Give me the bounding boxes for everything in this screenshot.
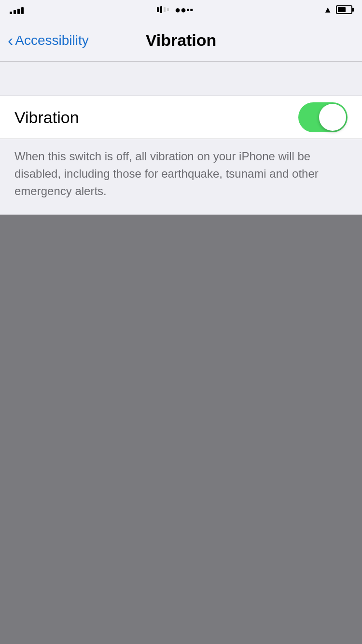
status-bar: ●●▪▪ ▲	[0, 0, 362, 19]
wifi-icon: ▲	[323, 5, 332, 15]
status-left	[10, 5, 27, 14]
vibration-toggle[interactable]	[298, 102, 348, 132]
signal-bar-4	[21, 7, 24, 14]
background-fill	[0, 215, 362, 601]
signal-bars	[10, 5, 24, 14]
battery-icon	[336, 5, 352, 14]
status-time: ●●▪▪	[157, 4, 193, 15]
signal-bar-3	[17, 9, 20, 14]
vibration-label: Vibration	[14, 108, 79, 127]
back-label: Accessibility	[15, 33, 88, 48]
chevron-left-icon: ‹	[8, 32, 13, 48]
content-area: Vibration When this switch is off, all v…	[0, 62, 362, 215]
signal-2: ●●▪▪	[175, 4, 193, 15]
signal-bar-1	[10, 12, 12, 14]
toggle-track	[298, 102, 348, 132]
description-section: When this switch is off, all vibration o…	[0, 139, 362, 215]
status-right: ▲	[323, 5, 352, 15]
toggle-thumb	[319, 104, 346, 131]
vibration-section: Vibration	[0, 96, 362, 139]
top-spacer	[0, 62, 362, 96]
signal-bar-2	[14, 10, 16, 14]
back-button[interactable]: ‹ Accessibility	[8, 33, 89, 48]
page-title: Vibration	[146, 31, 217, 50]
vibration-row: Vibration	[0, 96, 362, 139]
nav-bar: ‹ Accessibility Vibration	[0, 19, 362, 62]
description-text: When this switch is off, all vibration o…	[14, 148, 348, 200]
